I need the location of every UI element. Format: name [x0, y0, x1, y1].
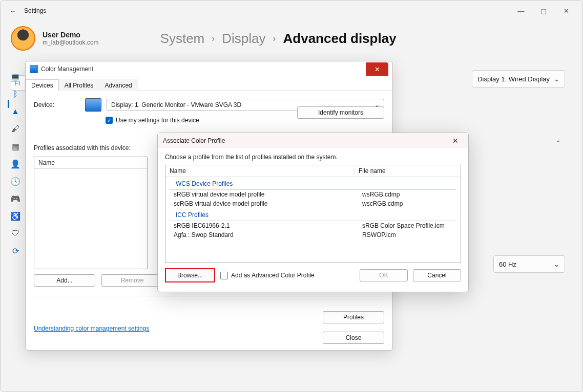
- device-label: Device:: [34, 101, 80, 108]
- bluetooth-icon[interactable]: ᛒ: [10, 90, 20, 100]
- color-management-icon: [30, 65, 38, 73]
- dialog-message: Choose a profile from the list of profil…: [165, 154, 461, 161]
- display-select-label: Display 1: Wired Display: [477, 75, 550, 83]
- maximize-button[interactable]: ▢: [532, 3, 555, 18]
- list-item[interactable]: scRGB virtual device model profilewscRGB…: [165, 199, 461, 208]
- privacy-icon[interactable]: 🛡: [10, 229, 20, 239]
- sidebar: 💻 ᛒ ▲ 🖌 ▦ 👤 🕓 🎮 ♿ 🛡 ⟳: [8, 72, 23, 256]
- network-icon[interactable]: ▲: [10, 107, 20, 117]
- time-icon[interactable]: 🕓: [10, 177, 20, 187]
- minimize-button[interactable]: ―: [510, 3, 532, 18]
- add-advanced-checkbox[interactable]: Add as Advanced Color Profile: [220, 272, 315, 279]
- chevron-down-icon: ⌄: [554, 260, 559, 268]
- settings-window: ← Settings ― ▢ ✕ User Demo m_lab@outlook…: [0, 0, 583, 392]
- cancel-button[interactable]: Cancel: [413, 269, 461, 281]
- profile-category: WCS Device Profiles: [170, 178, 456, 190]
- update-icon[interactable]: ⟳: [10, 246, 20, 256]
- tab-all-profiles[interactable]: All Profiles: [59, 79, 99, 91]
- header: User Demo m_lab@outlook.com System › Dis…: [1, 21, 582, 61]
- tab-devices[interactable]: Devices: [26, 79, 59, 91]
- list-item[interactable]: sRGB virtual device model profilewsRGB.c…: [165, 190, 461, 199]
- apps-icon[interactable]: ▦: [10, 142, 20, 152]
- browse-button[interactable]: Browse...: [165, 268, 215, 282]
- understanding-link[interactable]: Understanding color management settings: [34, 325, 149, 332]
- close-icon[interactable]: ✕: [366, 62, 388, 76]
- personalization-icon[interactable]: 🖌: [10, 124, 20, 135]
- column-header-name[interactable]: Name: [34, 157, 147, 169]
- display-select[interactable]: Display 1: Wired Display ⌄: [472, 70, 565, 88]
- titlebar: ← Settings ― ▢ ✕: [1, 1, 582, 21]
- tab-advanced[interactable]: Advanced: [99, 79, 137, 91]
- close-window-button[interactable]: ✕: [555, 3, 577, 18]
- add-button[interactable]: Add...: [34, 274, 95, 287]
- dialog-title: Color Management: [41, 66, 93, 73]
- list-item[interactable]: Agfa : Swop StandardRSWOP.icm: [165, 230, 461, 239]
- accessibility-icon[interactable]: ♿: [10, 211, 20, 222]
- column-header-name[interactable]: Name: [165, 167, 355, 175]
- column-header-filename[interactable]: File name: [355, 167, 386, 175]
- list-item[interactable]: sRGB IEC61966-2.1sRGB Color Space Profil…: [165, 221, 461, 230]
- ok-button: OK: [360, 269, 408, 281]
- refresh-rate-select[interactable]: 60 Hz ⌄: [493, 255, 565, 273]
- accounts-icon[interactable]: 👤: [10, 159, 20, 169]
- divider: [34, 296, 384, 296]
- app-title: Settings: [24, 7, 46, 14]
- section-collapse-toggle[interactable]: ⌃: [551, 136, 565, 150]
- dialog-title: Associate Color Profile: [163, 137, 225, 144]
- breadcrumb-display[interactable]: Display: [222, 31, 265, 47]
- chevron-right-icon: ›: [212, 33, 215, 44]
- associated-profiles-list[interactable]: Name: [34, 157, 148, 269]
- chevron-right-icon: ›: [273, 33, 276, 44]
- breadcrumb-system[interactable]: System: [160, 31, 205, 47]
- identify-monitors-button[interactable]: Identify monitors: [297, 106, 384, 119]
- back-button[interactable]: ←: [6, 4, 20, 18]
- chevron-down-icon: ⌄: [554, 75, 559, 83]
- user-email: m_lab@outlook.com: [43, 39, 99, 46]
- monitor-icon: [85, 98, 101, 112]
- avatar[interactable]: [11, 26, 35, 51]
- checkmark-icon: ✓: [106, 117, 113, 124]
- gaming-icon[interactable]: 🎮: [10, 194, 20, 204]
- checkbox-icon: [220, 272, 228, 279]
- remove-button: Remove: [101, 274, 163, 287]
- profiles-button[interactable]: Profiles: [323, 311, 384, 323]
- breadcrumb: System › Display › Advanced display: [160, 31, 397, 47]
- refresh-rate-value: 60 Hz: [499, 260, 516, 268]
- profile-category: ICC Profiles: [170, 209, 456, 221]
- breadcrumb-advanced-display: Advanced display: [283, 31, 397, 47]
- associate-color-profile-dialog: Associate Color Profile ✕ Choose a profi…: [157, 133, 469, 292]
- profile-list[interactable]: Name File name WCS Device Profiles sRGB …: [165, 165, 461, 263]
- system-icon[interactable]: 💻: [10, 72, 20, 82]
- close-button[interactable]: Close: [323, 332, 384, 344]
- close-icon[interactable]: ✕: [448, 137, 463, 145]
- tabs: Devices All Profiles Advanced: [26, 79, 392, 91]
- user-name: User Demo: [43, 31, 99, 39]
